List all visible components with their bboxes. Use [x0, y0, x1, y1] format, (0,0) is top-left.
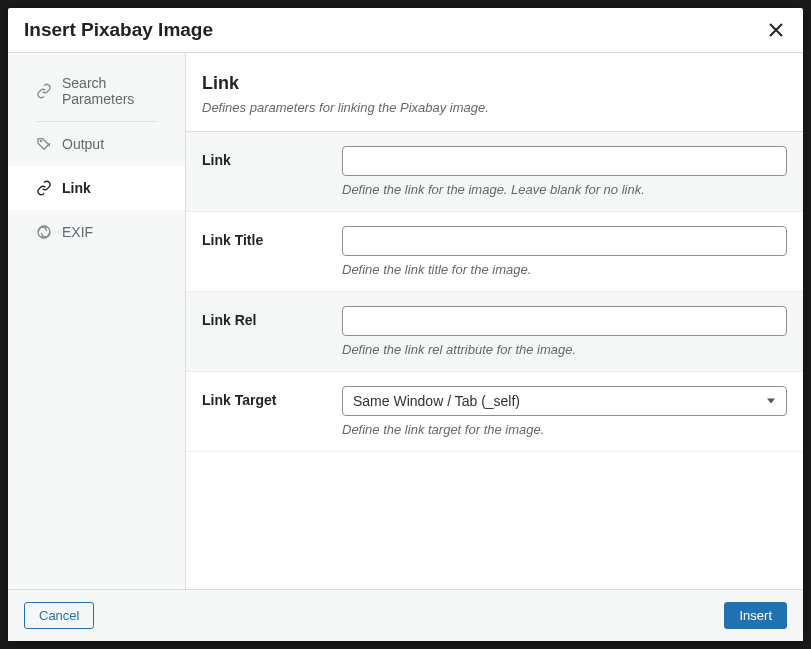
field-row-link-rel: Link Rel Define the link rel attribute f… — [186, 292, 803, 372]
modal-header: Insert Pixabay Image — [8, 8, 803, 53]
main-panel: Link Defines parameters for linking the … — [186, 53, 803, 589]
field-label-link-target: Link Target — [202, 386, 342, 408]
sidebar-item-label: Output — [62, 136, 104, 152]
field-control-link-target: Same Window / Tab (_self) Define the lin… — [342, 386, 787, 437]
field-help-link-rel: Define the link rel attribute for the im… — [342, 342, 787, 357]
tag-icon — [36, 136, 52, 152]
link-target-select[interactable]: Same Window / Tab (_self) — [342, 386, 787, 416]
section-description: Defines parameters for linking the Pixab… — [202, 100, 787, 115]
modal-title: Insert Pixabay Image — [24, 19, 213, 41]
insert-button[interactable]: Insert — [724, 602, 787, 629]
svg-point-0 — [40, 140, 41, 141]
field-row-link: Link Define the link for the image. Leav… — [186, 132, 803, 212]
link-rel-input[interactable] — [342, 306, 787, 336]
sidebar-item-search-parameters[interactable]: Search Parameters — [8, 61, 185, 121]
field-row-link-target: Link Target Same Window / Tab (_self) De… — [186, 372, 803, 452]
cancel-button[interactable]: Cancel — [24, 602, 94, 629]
sidebar-item-output[interactable]: Output — [8, 122, 185, 166]
field-help-link: Define the link for the image. Leave bla… — [342, 182, 787, 197]
sidebar: Search Parameters Output Link EXIF — [8, 53, 186, 589]
sidebar-item-link[interactable]: Link — [8, 166, 185, 210]
link-input[interactable] — [342, 146, 787, 176]
modal-body: Search Parameters Output Link EXIF — [8, 53, 803, 589]
link-chain-icon — [36, 180, 52, 196]
aperture-icon — [36, 224, 52, 240]
close-icon — [769, 19, 783, 41]
close-button[interactable] — [765, 18, 787, 42]
field-help-link-title: Define the link title for the image. — [342, 262, 787, 277]
sidebar-item-exif[interactable]: EXIF — [8, 210, 185, 254]
field-label-link-title: Link Title — [202, 226, 342, 248]
modal-footer: Cancel Insert — [8, 589, 803, 641]
link-chain-icon — [36, 83, 52, 99]
field-control-link-rel: Define the link rel attribute for the im… — [342, 306, 787, 357]
field-row-link-title: Link Title Define the link title for the… — [186, 212, 803, 292]
field-label-link-rel: Link Rel — [202, 306, 342, 328]
sidebar-item-label: Link — [62, 180, 91, 196]
field-control-link-title: Define the link title for the image. — [342, 226, 787, 277]
insert-pixabay-image-modal: Insert Pixabay Image Search Parameters O… — [8, 8, 803, 641]
sidebar-item-label: Search Parameters — [62, 75, 169, 107]
field-label-link: Link — [202, 146, 342, 168]
sidebar-item-label: EXIF — [62, 224, 93, 240]
section-title: Link — [202, 73, 787, 94]
section-header: Link Defines parameters for linking the … — [186, 53, 803, 132]
field-help-link-target: Define the link target for the image. — [342, 422, 787, 437]
link-title-input[interactable] — [342, 226, 787, 256]
field-control-link: Define the link for the image. Leave bla… — [342, 146, 787, 197]
